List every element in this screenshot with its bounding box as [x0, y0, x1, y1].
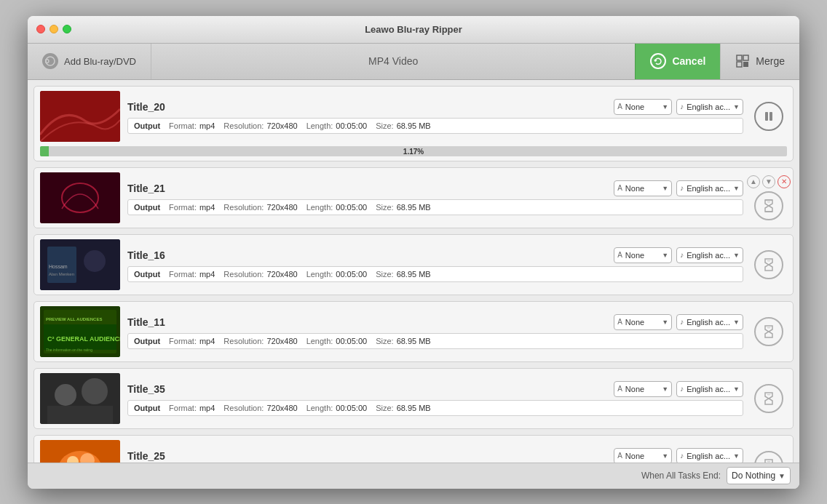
svg-text:C² GENERAL AUDIENCES: C² GENERAL AUDIENCES [47, 335, 120, 343]
task-action [751, 451, 787, 463]
task-controls: A None ▼ ♪ English ac... ▼ [614, 99, 743, 115]
svg-text:PREVIEW ALL AUDIENCES: PREVIEW ALL AUDIENCES [46, 317, 102, 321]
format-value: mp4 [199, 404, 215, 412]
resolution-field: Resolution: 720x480 [223, 121, 297, 130]
format-field: Format: mp4 [169, 337, 215, 345]
subtitle-select[interactable]: A None ▼ [614, 381, 672, 397]
pause-button[interactable] [754, 102, 783, 131]
task-controls: A None ▼ ♪ English ac... ▼ [614, 247, 743, 263]
task-output-row: Output Format: mp4 Resolution: 720x480 L… [127, 333, 743, 349]
cancel-button[interactable]: Cancel [635, 44, 720, 79]
task-action [751, 384, 787, 413]
close-button[interactable] [36, 25, 45, 33]
chevron-down-icon: ▼ [662, 103, 668, 111]
output-label: Output [134, 404, 160, 412]
cancel-label: Cancel [672, 55, 705, 67]
merge-label: Merge [756, 55, 785, 67]
task-name: Title_11 [127, 316, 608, 328]
svg-text:Alan Menken: Alan Menken [49, 272, 74, 276]
completion-action-value: Do Nothing [732, 471, 775, 481]
subtitle-select[interactable]: A None ▼ [614, 448, 672, 463]
task-controls: A None ▼ ♪ English ac... ▼ [614, 448, 743, 463]
length-value: 00:05:00 [336, 404, 367, 412]
subtitle-select[interactable]: A None ▼ [614, 247, 672, 263]
maximize-button[interactable] [63, 25, 71, 33]
task-thumbnail [40, 440, 120, 463]
hourglass-icon [761, 324, 777, 340]
task-action [751, 250, 787, 279]
task-action [751, 102, 787, 131]
hourglass-icon [761, 391, 777, 407]
subtitle-value: None [625, 452, 644, 460]
task-output-row: Output Format: mp4 Resolution: 720x480 L… [127, 118, 743, 134]
length-label: Length: [306, 404, 333, 412]
size-field: Size: 68.95 MB [376, 203, 431, 212]
move-up-button[interactable]: ▲ [747, 175, 760, 188]
progress-bar: 1.17% [40, 146, 787, 156]
audio-value: English ac... [686, 385, 730, 393]
subtitle-value: None [625, 103, 644, 111]
task-thumbnail: Hossam Alan Menken [40, 239, 120, 290]
audio-select[interactable]: ♪ English ac... ▼ [676, 180, 743, 196]
subtitle-select[interactable]: A None ▼ [614, 99, 672, 115]
format-label: Format: [169, 270, 197, 279]
task-title-row: Title_11 A None ▼ ♪ English ac... ▼ [127, 314, 743, 330]
wait-button[interactable] [754, 384, 783, 413]
audio-value: English ac... [686, 103, 730, 111]
audio-select[interactable]: ♪ English ac... ▼ [676, 247, 743, 263]
resolution-field: Resolution: 720x480 [223, 270, 297, 279]
wait-button[interactable] [754, 250, 783, 279]
chevron-down-icon: ▼ [662, 452, 668, 460]
list-item: Title_25 A None ▼ ♪ English ac... ▼ [33, 435, 794, 463]
thumbnail-image [40, 172, 120, 223]
task-title-row: Title_20 A None ▼ ♪ English ac... ▼ [127, 99, 743, 115]
audio-icon: ♪ [680, 103, 684, 111]
add-bluray-button[interactable]: Add Blu-ray/DVD [28, 44, 151, 79]
subtitle-select[interactable]: A None ▼ [614, 180, 672, 196]
move-down-button[interactable]: ▼ [762, 175, 775, 188]
wait-button[interactable] [754, 451, 783, 463]
merge-button[interactable]: Merge [720, 44, 799, 79]
length-value: 00:05:00 [336, 337, 367, 345]
wait-button[interactable] [754, 317, 783, 346]
minimize-button[interactable] [50, 25, 58, 33]
task-name: Title_16 [127, 249, 608, 261]
add-icon [42, 53, 58, 69]
svg-text:Hossam: Hossam [49, 264, 68, 269]
size-label: Size: [376, 404, 393, 412]
task-info: Title_20 A None ▼ ♪ English ac... ▼ [127, 99, 743, 134]
subtitle-select[interactable]: A None ▼ [614, 314, 672, 330]
list-item: Title_20 A None ▼ ♪ English ac... ▼ [33, 86, 794, 161]
chevron-down-icon: ▼ [733, 252, 740, 259]
svg-rect-5 [40, 91, 120, 142]
audio-select[interactable]: ♪ English ac... ▼ [676, 314, 743, 330]
audio-select[interactable]: ♪ English ac... ▼ [676, 448, 743, 463]
output-label: Output [134, 121, 160, 130]
task-info: Title_35 A None ▼ ♪ English ac... ▼ [127, 381, 743, 416]
remove-button[interactable]: ✕ [777, 175, 791, 188]
task-title-row: Title_16 A None ▼ ♪ English ac... ▼ [127, 247, 743, 263]
chevron-down-icon: ▼ [733, 103, 740, 111]
audio-select[interactable]: ♪ English ac... ▼ [676, 99, 743, 115]
format-label: MP4 Video [151, 44, 635, 79]
subtitle-value: None [625, 251, 644, 260]
chevron-down-icon: ▼ [733, 319, 740, 326]
list-item: Title_21 A None ▼ ♪ English ac... ▼ [33, 167, 794, 228]
toolbar: Add Blu-ray/DVD MP4 Video Cancel Merge [28, 44, 799, 80]
resolution-field: Resolution: 720x480 [223, 404, 297, 412]
hourglass-icon [761, 198, 777, 214]
output-label: Output [134, 337, 160, 345]
chevron-down-icon: ▼ [662, 319, 668, 326]
resolution-label: Resolution: [223, 337, 264, 345]
length-field: Length: 00:05:00 [306, 270, 368, 279]
completion-action-select[interactable]: Do Nothing ▼ [727, 467, 791, 484]
audio-icon: ♪ [680, 184, 684, 192]
task-output-row: Output Format: mp4 Resolution: 720x480 L… [127, 199, 743, 215]
task-name: Title_20 [127, 101, 608, 113]
length-field: Length: 00:05:00 [306, 337, 368, 345]
resolution-label: Resolution: [223, 270, 264, 279]
audio-select[interactable]: ♪ English ac... ▼ [676, 381, 743, 397]
size-value: 68.95 MB [397, 203, 431, 212]
resolution-value: 720x480 [266, 270, 297, 279]
chevron-down-icon: ▼ [733, 452, 740, 460]
